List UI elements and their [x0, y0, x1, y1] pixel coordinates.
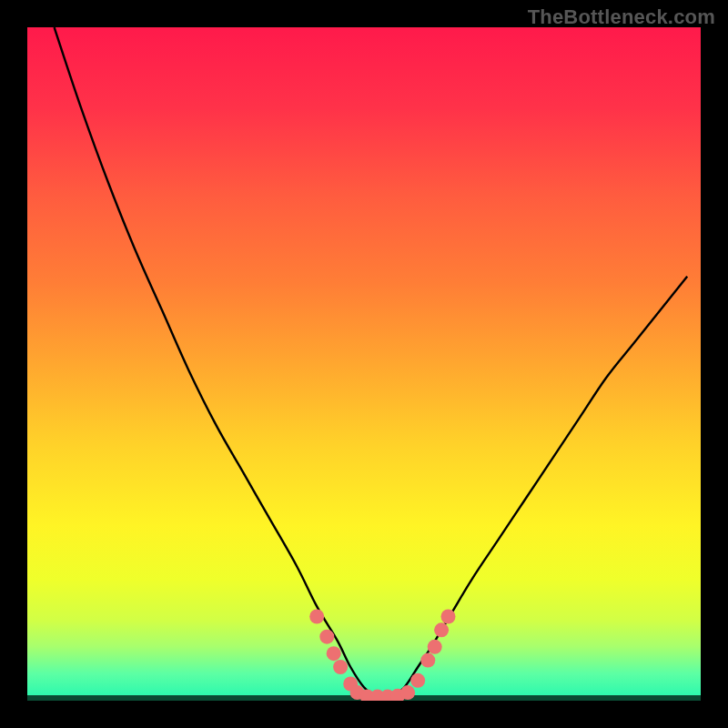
bottleneck-chart: [0, 0, 728, 728]
marker-dot: [428, 640, 442, 654]
marker-dot: [333, 660, 348, 674]
marker-dot: [434, 622, 449, 637]
marker-dot: [441, 610, 456, 624]
watermark-text: TheBottleneck.com: [528, 5, 715, 29]
marker-dot: [327, 646, 341, 661]
marker-dot: [410, 673, 425, 688]
chart-frame: { "watermark": "TheBottleneck.com", "col…: [0, 0, 728, 728]
marker-dot: [319, 630, 334, 644]
marker-dot: [400, 685, 415, 700]
marker-dot: [309, 610, 324, 624]
plot-background: [27, 27, 701, 701]
marker-dot: [420, 653, 435, 668]
